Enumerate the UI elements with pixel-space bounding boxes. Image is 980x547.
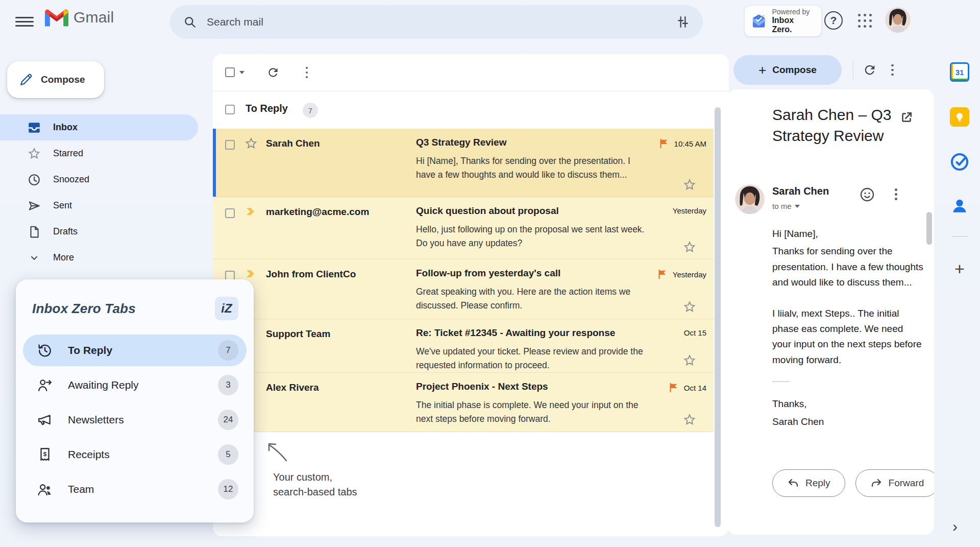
flag-icon bbox=[657, 269, 668, 280]
sidebar-item-drafts[interactable]: Drafts bbox=[0, 219, 198, 245]
star-icon[interactable] bbox=[683, 354, 696, 367]
list-scrollbar[interactable] bbox=[715, 107, 721, 527]
inbox-icon bbox=[28, 121, 41, 134]
reading-pane-scrollbar[interactable] bbox=[926, 212, 932, 245]
recipient-row[interactable]: to me bbox=[772, 202, 800, 210]
open-in-new-icon[interactable] bbox=[899, 110, 914, 125]
chevron-down-icon bbox=[28, 251, 41, 265]
tab-label: Team bbox=[68, 483, 94, 495]
email-row-support-team[interactable]: Support Team Re: Ticket #12345 - Awaitin… bbox=[213, 319, 714, 373]
email-sender: Alex Rivera bbox=[266, 382, 409, 393]
inbox-zero-envelope-icon bbox=[751, 13, 767, 29]
email-subject: Project Phoenix - Next Steps bbox=[416, 381, 656, 392]
email-snippet: Hello, just following up on the proposal… bbox=[416, 223, 652, 251]
email-rows: Sarah Chen Q3 Strategy Review Hi [Name],… bbox=[213, 129, 729, 432]
send-icon bbox=[28, 199, 41, 212]
star-icon[interactable] bbox=[683, 413, 696, 426]
calendar-icon[interactable]: 31 bbox=[950, 62, 969, 82]
tab-count-badge: 7 bbox=[218, 340, 238, 361]
email-title: Sarah Chen – Q3 Strategy Review bbox=[772, 105, 901, 146]
sidebar-item-label: More bbox=[53, 252, 74, 263]
sidebar-item-starred[interactable]: Starred bbox=[0, 140, 198, 167]
sidebar-item-snoozed[interactable]: Snoozed bbox=[0, 167, 198, 193]
row-checkbox[interactable] bbox=[225, 140, 235, 150]
sidebar-item-inbox[interactable]: Inbox bbox=[0, 114, 198, 140]
flag-icon bbox=[658, 138, 670, 149]
compose-button-reading-pane[interactable]: + Compose bbox=[733, 55, 842, 85]
tab-team[interactable]: Team 12 bbox=[23, 473, 247, 505]
add-addon-plus-icon[interactable]: + bbox=[950, 259, 969, 278]
forward-button[interactable]: Forward bbox=[855, 469, 934, 497]
account-avatar[interactable] bbox=[885, 7, 911, 33]
gmail-app: Gmail Powered by Inbox Zero. ? Compose bbox=[0, 0, 980, 547]
search-input[interactable] bbox=[207, 16, 676, 28]
sidebar-item-more[interactable]: More bbox=[0, 245, 198, 271]
compose-label: Compose bbox=[772, 64, 817, 76]
refresh-icon[interactable] bbox=[863, 63, 877, 77]
star-icon[interactable] bbox=[244, 137, 259, 151]
clock-icon bbox=[28, 173, 41, 186]
email-row-alex-rivera[interactable]: Alex Rivera Project Phoenix - Next Steps… bbox=[213, 373, 714, 432]
more-options-icon[interactable] bbox=[298, 63, 316, 82]
star-icon[interactable] bbox=[683, 300, 696, 314]
email-row-marketing-acme[interactable]: marketing@acme.com Quick question about … bbox=[213, 197, 714, 259]
history-icon bbox=[37, 343, 53, 358]
more-options-icon[interactable] bbox=[895, 188, 897, 200]
refresh-icon[interactable] bbox=[264, 63, 282, 82]
tasks-icon[interactable] bbox=[950, 152, 969, 172]
apps-grid-icon[interactable] bbox=[856, 12, 874, 30]
email-sender: marketing@acme.com bbox=[266, 206, 409, 218]
reading-pane: Sarah Chen – Q3 Strategy Review Sarah Ch… bbox=[727, 89, 934, 535]
star-icon[interactable] bbox=[683, 241, 696, 254]
hamburger-menu-icon[interactable] bbox=[15, 14, 34, 28]
help-icon[interactable]: ? bbox=[824, 11, 843, 30]
emoji-reaction-icon[interactable] bbox=[859, 186, 875, 203]
select-all-checkbox[interactable] bbox=[225, 67, 235, 77]
tab-newsletters[interactable]: Newsletters 24 bbox=[23, 404, 247, 436]
help-glyph: ? bbox=[830, 14, 837, 27]
sidebar-item-label: Inbox bbox=[53, 122, 78, 133]
powered-by-inbox-zero-badge[interactable]: Powered by Inbox Zero. bbox=[744, 5, 822, 37]
list-toolbar bbox=[213, 54, 729, 91]
reply-arrow-icon bbox=[787, 477, 799, 489]
tab-receipts[interactable]: $ Receipts 5 bbox=[23, 439, 247, 470]
tab-to-reply[interactable]: To Reply 7 bbox=[23, 335, 247, 366]
side-panel-rail: 31 + › bbox=[939, 0, 980, 547]
collapse-panel-chevron-icon[interactable]: › bbox=[952, 518, 958, 535]
plus-icon: + bbox=[758, 62, 766, 78]
body-greeting: Hi [Name], bbox=[772, 226, 923, 242]
pencil-icon bbox=[19, 73, 33, 86]
email-date: Yesterday bbox=[673, 206, 706, 215]
search-options-tune-icon[interactable] bbox=[676, 15, 690, 29]
tabs-panel-title: Inbox Zero Tabs bbox=[32, 301, 136, 317]
reply-button[interactable]: Reply bbox=[772, 469, 845, 497]
email-snippet: Hi [Name], Thanks for sending over the p… bbox=[416, 154, 652, 182]
select-dropdown-caret-icon[interactable] bbox=[239, 71, 244, 74]
contacts-icon[interactable] bbox=[950, 196, 969, 216]
megaphone-icon bbox=[37, 412, 53, 427]
reply-label: Reply bbox=[805, 478, 830, 489]
star-icon[interactable] bbox=[683, 178, 696, 192]
annotation-line1: Your custom, bbox=[273, 470, 357, 485]
search-bar[interactable] bbox=[170, 5, 703, 39]
tab-label: Newsletters bbox=[68, 414, 124, 426]
custom-tabs-annotation: Your custom, search-based tabs bbox=[264, 438, 357, 500]
importance-marker-icon[interactable] bbox=[244, 205, 259, 220]
more-options-icon[interactable] bbox=[891, 64, 894, 76]
compose-button[interactable]: Compose bbox=[7, 61, 104, 98]
email-row-sarah-chen[interactable]: Sarah Chen Q3 Strategy Review Hi [Name],… bbox=[213, 129, 714, 197]
email-row-john-clientco[interactable]: John from ClientCo Follow-up from yester… bbox=[213, 259, 714, 319]
tab-label: Receipts bbox=[68, 448, 110, 461]
curved-arrow-icon bbox=[264, 438, 290, 465]
sidebar-item-sent[interactable]: Sent bbox=[0, 193, 198, 219]
keep-notes-icon[interactable] bbox=[950, 107, 969, 127]
tab-count-badge: 24 bbox=[218, 410, 238, 430]
row-checkbox[interactable] bbox=[225, 208, 235, 218]
svg-text:$: $ bbox=[43, 450, 47, 457]
people-icon bbox=[37, 482, 53, 497]
section-checkbox[interactable] bbox=[225, 105, 235, 114]
email-snippet: The initial phase is complete. We need y… bbox=[416, 398, 652, 426]
search-icon bbox=[183, 15, 197, 29]
tab-awaiting-reply[interactable]: Awaiting Reply 3 bbox=[23, 369, 247, 401]
signature-divider bbox=[772, 381, 790, 382]
